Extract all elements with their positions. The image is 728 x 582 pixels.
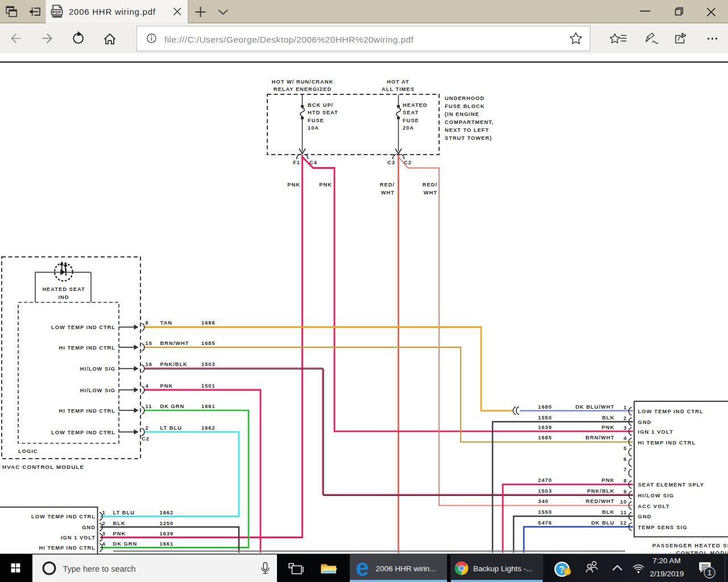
svg-text:(IN ENGINE: (IN ENGINE: [445, 111, 479, 117]
svg-text:BRN/WHT: BRN/WHT: [586, 435, 615, 440]
svg-text:DK GRN: DK GRN: [113, 541, 138, 547]
svg-text:PASSENGER HEATED SE: PASSENGER HEATED SE: [652, 542, 728, 548]
svg-text:4: 4: [146, 383, 149, 389]
svg-text:GND: GND: [638, 419, 652, 425]
svg-text:HI/LOW SIG: HI/LOW SIG: [638, 493, 675, 498]
svg-text:340: 340: [538, 498, 549, 504]
svg-text:1: 1: [708, 568, 712, 577]
svg-text:PNK/BLK: PNK/BLK: [160, 361, 188, 367]
svg-text:F1: F1: [293, 160, 300, 165]
svg-text:HOT AT: HOT AT: [387, 79, 410, 85]
svg-text:2: 2: [146, 425, 149, 431]
svg-text:1: 1: [623, 405, 627, 410]
svg-text:5476: 5476: [538, 520, 552, 526]
svg-text:BLK: BLK: [602, 509, 614, 515]
svg-text:1661: 1661: [201, 404, 216, 409]
svg-text:HOT W/ RUN/CRANK: HOT W/ RUN/CRANK: [272, 79, 333, 85]
svg-text:HI TEMP IND CTRL: HI TEMP IND CTRL: [39, 545, 96, 551]
svg-text:1661: 1661: [160, 541, 174, 547]
svg-text:HI/LOW SIG: HI/LOW SIG: [80, 366, 115, 372]
svg-text:1503: 1503: [201, 361, 216, 367]
svg-text:7:20 AM: 7:20 AM: [652, 556, 681, 565]
svg-text:RED/WHT: RED/WHT: [586, 498, 614, 504]
svg-text:DK GRN: DK GRN: [160, 404, 185, 409]
svg-text:1501: 1501: [201, 383, 216, 389]
svg-text:GND: GND: [82, 525, 96, 530]
svg-text:1639: 1639: [538, 425, 552, 430]
svg-text:STRUT TOWER): STRUT TOWER): [445, 135, 492, 141]
svg-text:2: 2: [623, 415, 627, 421]
svg-text:1680: 1680: [538, 404, 552, 410]
svg-text:PDF: PDF: [52, 10, 61, 15]
svg-text:IGN 1 VOLT: IGN 1 VOLT: [638, 429, 673, 435]
svg-text:BCK UP/: BCK UP/: [308, 102, 333, 108]
svg-text:?: ?: [559, 565, 565, 575]
svg-text:11: 11: [146, 404, 152, 409]
svg-text:TEMP SENS SIG: TEMP SENS SIG: [638, 525, 688, 530]
svg-text:PNK: PNK: [160, 383, 173, 389]
svg-text:2/19/2019: 2/19/2019: [650, 569, 684, 578]
svg-text:FUSE: FUSE: [403, 118, 419, 123]
svg-text:LOW TEMP IND CTRL: LOW TEMP IND CTRL: [51, 430, 115, 435]
svg-text:4: 4: [102, 541, 106, 547]
svg-text:15: 15: [146, 340, 152, 346]
svg-text:PNK: PNK: [287, 182, 300, 188]
svg-text:e: e: [356, 554, 369, 581]
svg-text:C3: C3: [387, 160, 395, 165]
svg-text:RELAY ENERGIZED: RELAY ENERGIZED: [274, 86, 332, 92]
svg-text:FUSE: FUSE: [308, 118, 324, 123]
svg-text:HI TEMP IND CTRL: HI TEMP IND CTRL: [59, 408, 116, 414]
svg-text:PNK/BLK: PNK/BLK: [587, 488, 614, 494]
svg-text:ALL TIMES: ALL TIMES: [382, 86, 415, 92]
svg-text:1685: 1685: [538, 435, 552, 440]
svg-text:IGN 1 VOLT: IGN 1 VOLT: [61, 535, 96, 541]
svg-text:1503: 1503: [538, 488, 552, 494]
svg-text:7: 7: [623, 467, 627, 472]
svg-text:WHT: WHT: [381, 190, 395, 196]
svg-text:PNK: PNK: [602, 477, 615, 483]
svg-text:HI TEMP IND CTRL: HI TEMP IND CTRL: [638, 440, 696, 446]
svg-text:6: 6: [623, 456, 627, 462]
svg-text:16: 16: [146, 361, 152, 367]
svg-text:UNDERHOOD: UNDERHOOD: [445, 95, 485, 101]
svg-text:HTD SEAT: HTD SEAT: [308, 110, 338, 115]
svg-text:LOW TEMP IND CTRL: LOW TEMP IND CTRL: [31, 514, 96, 519]
svg-text:NEXT TO LEFT: NEXT TO LEFT: [445, 127, 489, 133]
svg-text:RED/: RED/: [423, 182, 437, 188]
svg-text:HI/LOW SIG: HI/LOW SIG: [80, 388, 115, 393]
svg-text:20A: 20A: [403, 125, 414, 131]
svg-text:10A: 10A: [308, 125, 319, 131]
svg-text:1662: 1662: [160, 510, 174, 516]
svg-text:HI TEMP IND CTRL: HI TEMP IND CTRL: [59, 345, 116, 351]
svg-text:BLK: BLK: [602, 415, 614, 421]
svg-text:1550: 1550: [538, 509, 552, 515]
svg-text:9: 9: [623, 489, 627, 494]
svg-text:SEAT ELEMENT SPLY: SEAT ELEMENT SPLY: [638, 482, 705, 488]
svg-text:FUSE BLOCK: FUSE BLOCK: [445, 103, 485, 109]
svg-text:LT BLU: LT BLU: [113, 510, 135, 516]
svg-text:WHT: WHT: [424, 190, 437, 196]
svg-text:2006 HHR wiring.pdf: 2006 HHR wiring.pdf: [69, 7, 156, 16]
svg-text:HVAC CONTROL MODULE: HVAC CONTROL MODULE: [2, 464, 84, 470]
svg-text:2470: 2470: [538, 477, 552, 483]
svg-text:BRN/WHT: BRN/WHT: [160, 340, 189, 346]
svg-text:PNK: PNK: [602, 425, 615, 430]
svg-text:LT BLU: LT BLU: [160, 425, 182, 431]
svg-text:PNK: PNK: [113, 531, 126, 537]
svg-text:LOW TEMP IND CTRL: LOW TEMP IND CTRL: [638, 409, 704, 414]
svg-text:HEATED: HEATED: [403, 102, 428, 108]
svg-text:2006 HHR wirin...: 2006 HHR wirin...: [376, 564, 436, 573]
svg-text:3: 3: [102, 531, 106, 537]
svg-text:1250: 1250: [160, 521, 174, 526]
svg-text:10: 10: [620, 499, 627, 505]
svg-text:11: 11: [621, 510, 627, 516]
svg-text:DK BLU: DK BLU: [591, 520, 614, 526]
svg-text:RED/: RED/: [380, 182, 395, 188]
svg-text:1: 1: [102, 510, 106, 516]
svg-text:1662: 1662: [201, 425, 216, 431]
svg-text:1550: 1550: [538, 415, 552, 421]
svg-text:DK BLU/WHT: DK BLU/WHT: [576, 404, 615, 410]
svg-text:COMPARTMENT,: COMPARTMENT,: [445, 119, 494, 125]
svg-text:3: 3: [623, 425, 627, 431]
svg-text:BLK: BLK: [113, 521, 126, 526]
